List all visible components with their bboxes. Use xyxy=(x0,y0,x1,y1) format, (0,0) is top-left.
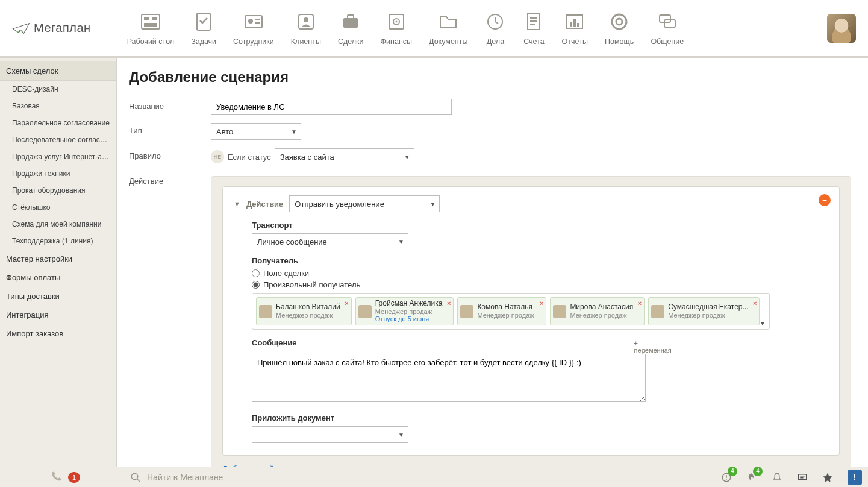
avatar-icon xyxy=(259,305,272,318)
avatar-icon xyxy=(460,305,473,318)
sidebar-group-integration[interactable]: Интеграция xyxy=(0,306,116,324)
message-label: Сообщение xyxy=(252,338,297,347)
action-type-select[interactable]: Отправить уведомление▼ xyxy=(289,195,440,212)
expand-recipients-icon[interactable]: ▼ xyxy=(760,320,766,327)
recipient-chip: Балашков ВиталийМенеджер продаж× xyxy=(256,297,352,325)
contacts-icon xyxy=(295,11,317,33)
phone-badge: 1 xyxy=(68,472,80,483)
caret-down-icon: ▼ xyxy=(398,432,404,438)
sidebar: Схемы сделок DESC-дизайн Базовая Паралле… xyxy=(0,58,117,467)
caret-down-icon: ▼ xyxy=(404,154,410,160)
user-avatar[interactable] xyxy=(827,14,856,43)
sidebar-item-support[interactable]: Техподдержка (1 линия) xyxy=(0,233,116,250)
top-nav: Мегаплан Рабочий стол Задачи Сотрудники … xyxy=(0,0,868,58)
nav-documents[interactable]: Документы xyxy=(429,11,467,46)
sidebar-item-glass[interactable]: Стёклышко xyxy=(0,199,116,216)
nav-accounts[interactable]: Счета xyxy=(523,11,545,46)
remove-chip-icon[interactable]: × xyxy=(447,300,451,307)
nav-chat[interactable]: Общение xyxy=(651,11,684,46)
remove-chip-icon[interactable]: × xyxy=(345,300,348,307)
chat-icon xyxy=(657,11,678,33)
workspace: Схемы сделок DESC-дизайн Базовая Паралле… xyxy=(0,58,868,467)
star-icon[interactable] xyxy=(822,472,833,483)
caret-down-icon: ▼ xyxy=(291,128,297,135)
sidebar-group-delivery[interactable]: Типы доставки xyxy=(0,287,116,306)
message-textarea[interactable] xyxy=(252,354,646,402)
sidebar-group-import[interactable]: Импорт заказов xyxy=(0,324,116,343)
logo[interactable]: Мегаплан xyxy=(12,21,91,35)
sidebar-item-rental[interactable]: Прокат оборудования xyxy=(0,182,116,199)
sidebar-group-wizard[interactable]: Мастер настройки xyxy=(0,250,116,268)
remove-chip-icon[interactable]: × xyxy=(638,300,642,307)
nav-affairs[interactable]: Дела xyxy=(484,11,506,46)
sidebar-item-my-company[interactable]: Схема для моей компании xyxy=(0,216,116,233)
receipt-icon xyxy=(523,11,545,33)
remove-action-button[interactable]: − xyxy=(819,194,831,206)
action-panel: − ▼ Действие Отправить уведомление▼ Тран… xyxy=(211,176,851,467)
recipients-box[interactable]: Балашков ВиталийМенеджер продаж× Гройсма… xyxy=(252,293,770,330)
label-type: Тип xyxy=(129,123,211,135)
clock-icon xyxy=(484,11,506,33)
fire-icon[interactable]: 4 xyxy=(746,472,757,483)
search-wrap xyxy=(124,472,715,483)
svg-rect-20 xyxy=(573,19,576,27)
svg-rect-0 xyxy=(142,14,160,29)
svg-rect-1 xyxy=(144,17,149,20)
global-search-input[interactable] xyxy=(147,473,388,482)
transport-select[interactable]: Личное сообщение▼ xyxy=(252,233,408,250)
action-box: − ▼ Действие Отправить уведомление▼ Тран… xyxy=(222,186,840,456)
nav-finance[interactable]: Финансы xyxy=(381,11,412,46)
recipient-label: Получатель xyxy=(252,256,828,265)
svg-rect-12 xyxy=(348,15,354,19)
sidebar-item-parallel[interactable]: Параллельное согласование xyxy=(0,115,116,131)
recipient-radio-custom[interactable]: Произвольный получатель xyxy=(252,280,828,289)
label-action: Действие xyxy=(129,174,211,186)
recipient-chip: Гройсман АнжеликаМенеджер продажОтпуск д… xyxy=(355,297,454,325)
bell-icon[interactable] xyxy=(772,472,782,483)
main-content: Добавление сценария Название Тип Авто▼ П… xyxy=(117,58,868,467)
nav-employees[interactable]: Сотрудники xyxy=(233,11,274,46)
nav-desktop[interactable]: Рабочий стол xyxy=(127,11,174,46)
sidebar-item-agency[interactable]: Продажа услуг Интернет-аге... xyxy=(0,148,116,165)
nav-reports[interactable]: Отчёты xyxy=(561,11,588,46)
type-select[interactable]: Авто▼ xyxy=(211,123,301,140)
dashboard-icon xyxy=(140,11,161,33)
status-select[interactable]: Заявка с сайта▼ xyxy=(275,148,414,165)
sidebar-group-payment[interactable]: Формы оплаты xyxy=(0,268,116,287)
recipient-radio-field[interactable]: Поле сделки xyxy=(252,269,828,278)
recipient-chip: Сумасшедшая Екатер...Менеджер продаж× xyxy=(648,297,760,325)
barchart-icon xyxy=(564,11,585,33)
ne-toggle[interactable]: НЕ xyxy=(211,150,224,163)
label-name: Название xyxy=(129,99,211,111)
remove-chip-icon[interactable]: × xyxy=(540,300,543,307)
message-icon[interactable] xyxy=(797,472,808,483)
svg-rect-19 xyxy=(570,22,572,27)
attach-label: Приложить документ xyxy=(252,413,828,423)
folder-icon xyxy=(437,11,459,33)
bottom-bar: 1 4 4 ! xyxy=(0,467,868,487)
nav-tasks[interactable]: Задачи xyxy=(191,11,216,46)
nav-deals[interactable]: Сделки xyxy=(338,11,364,46)
nav-clients[interactable]: Клиенты xyxy=(291,11,321,46)
caret-down-icon: ▼ xyxy=(429,201,436,207)
phone-icon[interactable] xyxy=(51,471,62,483)
remove-chip-icon[interactable]: × xyxy=(753,300,757,307)
sidebar-item-tech-sales[interactable]: Продажи техники xyxy=(0,165,116,182)
info-button[interactable]: ! xyxy=(848,470,862,485)
name-input[interactable] xyxy=(211,99,452,115)
svg-point-22 xyxy=(612,14,626,29)
sidebar-item-desc-design[interactable]: DESC-дизайн xyxy=(0,81,116,98)
paper-plane-icon xyxy=(12,22,30,34)
notification-alert-icon[interactable]: 4 xyxy=(721,472,732,483)
collapse-icon[interactable]: ▼ xyxy=(234,200,240,207)
nav-help[interactable]: Помощь xyxy=(605,11,634,46)
sidebar-item-base[interactable]: Базовая xyxy=(0,98,116,115)
recipient-chip: Мирова АнастасияМенеджер продаж× xyxy=(550,297,645,325)
add-variable-link[interactable]: + переменная xyxy=(634,339,672,354)
sidebar-active-group[interactable]: Схемы сделок xyxy=(0,61,116,81)
svg-point-15 xyxy=(395,20,397,22)
sidebar-item-sequential[interactable]: Последовательное согласов... xyxy=(0,131,116,148)
svg-rect-8 xyxy=(255,22,260,24)
attach-select[interactable]: ▼ xyxy=(252,426,408,443)
caret-down-icon: ▼ xyxy=(398,239,404,245)
